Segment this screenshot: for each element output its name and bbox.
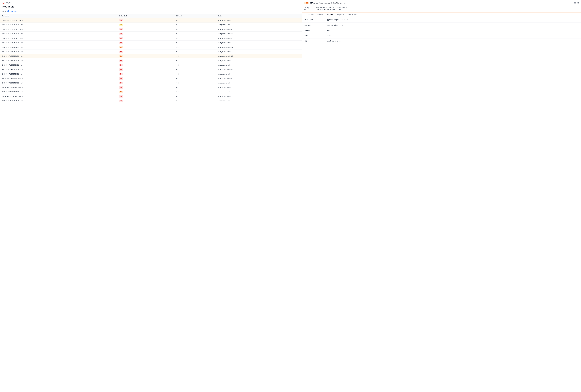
cell-method: GET: [174, 54, 216, 58]
cell-method: GET: [174, 36, 216, 40]
cell-method: GET: [174, 27, 216, 31]
latency-value: Response: 12ms Kong: 0ms Upstream: 12ms: [316, 7, 579, 8]
status-badge: 429: [119, 91, 123, 93]
cell-timestamp: 2023-05-04T13:59:59.002:-04:00: [0, 85, 117, 90]
status-badge: 500: [119, 86, 123, 88]
cell-path: /kong.admin.service: [216, 85, 302, 90]
detail-title-row: 429 GET/account/kong.admin.servicekjagfa…: [304, 1, 579, 4]
detail-row-size: Size 219B: [302, 33, 581, 38]
cell-status: 500: [117, 18, 174, 23]
table-row[interactable]: 2023-05-04T13:59:59.002:-04:00 429 GET /…: [0, 54, 302, 58]
status-badge: 500: [119, 33, 123, 35]
close-button[interactable]: ✕: [577, 1, 579, 4]
cell-timestamp: 2023-05-04T13:59:59.002:-04:00: [0, 72, 117, 76]
sort-icon: ▾: [10, 15, 11, 17]
breadcrumb-separator: /: [12, 2, 12, 4]
cell-status: 429: [117, 90, 174, 94]
column-timestamp[interactable]: Timestamp ▾: [0, 14, 117, 18]
table-row[interactable]: 2023-05-04T13:59:59.002:-04:00 500 GET /…: [0, 94, 302, 99]
table-row[interactable]: 2023-05-04T13:59:59.002:-04:00 500 GET /…: [0, 58, 302, 63]
cell-path: /kong.admin.service: [216, 90, 302, 94]
table-row[interactable]: 2023-05-04T13:59:59.002:-04:00 500 GET /…: [0, 72, 302, 76]
detail-row-uri: URI /get-me-a-kong: [302, 38, 581, 44]
time-code: 2023-05-04T13:59:59.002:-04:00: [316, 9, 341, 11]
tab-service[interactable]: Service: [316, 12, 324, 17]
plus-icon: +: [8, 10, 9, 12]
cell-method: GET: [174, 45, 216, 49]
add-filter-button[interactable]: + Add Filter: [8, 10, 17, 12]
table-row[interactable]: 2023-05-04T13:59:59.002:-04:00 500 GET /…: [0, 36, 302, 40]
detail-row-size_host: sizeHost dev-runtime3-proxy: [302, 22, 581, 28]
cell-path: /kong.admin.service17: [216, 31, 302, 36]
cell-status: 429: [117, 54, 174, 58]
detail-content: User Agent python-requests/2.27.1 sizeHo…: [302, 17, 581, 392]
cell-timestamp: 2023-05-04T13:59:59.002:-04:00: [0, 49, 117, 54]
breadcrumb-analytics[interactable]: Analytics: [5, 2, 11, 4]
detail-key-method: Method: [304, 29, 326, 31]
cell-method: GET: [174, 23, 216, 27]
cell-timestamp: 2023-05-04T13:59:59.002:-04:00: [0, 18, 117, 23]
table-row[interactable]: 2023-05-04T13:59:59.002:-04:00 429 GET /…: [0, 45, 302, 49]
table-row[interactable]: 2023-05-04T13:59:59.002:-04:00 500 GET /…: [0, 67, 302, 72]
status-badge: 300: [119, 24, 123, 26]
cell-timestamp: 2023-05-04T13:59:59.002:-04:00: [0, 27, 117, 31]
detail-key-size: Size: [304, 35, 326, 37]
status-badge: 500: [119, 73, 123, 75]
cell-method: GET: [174, 90, 216, 94]
cell-timestamp: 2023-05-04T13:59:59.002:-04:00: [0, 23, 117, 27]
analytics-icon: 📊: [2, 2, 4, 4]
copy-button[interactable]: [574, 1, 576, 4]
status-badge: 500: [119, 82, 123, 84]
time-value: 2023-05-04T13:59:59.002:-04:00: [316, 9, 579, 11]
requests-table: Timestamp ▾ Status Code Method Path 2023…: [0, 14, 302, 103]
tab-llm_insights[interactable]: LLM Insights: [346, 12, 358, 17]
cell-path: /kong.admin.service17: [216, 45, 302, 49]
detail-key-uri: URI: [304, 40, 326, 42]
table-row[interactable]: 2023-05-04T13:59:59.002:-04:00 300 GET /…: [0, 23, 302, 27]
table-row[interactable]: 2023-05-04T13:59:59.002:-04:00 500 GET /…: [0, 85, 302, 90]
tab-request[interactable]: Request: [325, 12, 335, 17]
table-row[interactable]: 2023-05-04T13:59:59.002:-04:00 429 GET /…: [0, 90, 302, 94]
filter-bar: Filter + Add Filter: [0, 10, 302, 14]
cell-method: GET: [174, 85, 216, 90]
detail-value-uri: /get-me-a-kong: [327, 40, 578, 42]
latency-response: Response: 12ms: [316, 7, 326, 8]
table-row[interactable]: 2023-05-04T13:59:59.002:-04:00 500 GET /…: [0, 18, 302, 23]
table-row[interactable]: 2023-05-04T13:59:59.002:-04:00 500 GET /…: [0, 63, 302, 67]
table-row[interactable]: 2023-05-04T13:59:59.002:-04:00 500 GET /…: [0, 99, 302, 103]
tab-general[interactable]: General: [306, 12, 316, 17]
table-row[interactable]: 2023-05-04T13:59:59.002:-04:00 500 GET /…: [0, 31, 302, 36]
cell-timestamp: 2023-05-04T13:59:59.002:-04:00: [0, 81, 117, 85]
status-badge: 500: [119, 77, 123, 80]
cell-timestamp: 2023-05-04T13:59:59.002:-04:00: [0, 58, 117, 63]
detail-value-size: 219B: [327, 35, 578, 37]
cell-method: GET: [174, 40, 216, 45]
cell-timestamp: 2023-05-04T13:59:59.002:-04:00: [0, 76, 117, 81]
add-filter-label: Add Filter: [10, 10, 17, 12]
cell-status: 500: [117, 99, 174, 103]
cell-method: GET: [174, 81, 216, 85]
cell-timestamp: 2023-05-04T13:59:59.002:-04:00: [0, 31, 117, 36]
status-badge: 500: [119, 100, 123, 102]
status-badge: 500: [119, 64, 123, 66]
status-badge: 500: [119, 42, 123, 44]
status-badge: 500: [119, 37, 123, 39]
requests-table-container: Timestamp ▾ Status Code Method Path 2023…: [0, 14, 302, 392]
cell-path: /kong.admin.service: [216, 58, 302, 63]
cell-status: 500: [117, 58, 174, 63]
detail-row-method: Method GET: [302, 28, 581, 33]
detail-key-user_agent: User Agent: [304, 19, 326, 21]
detail-title-text: GET/account/kong.admin.servicekjagfabxnc…: [310, 2, 573, 4]
table-row[interactable]: 2023-05-04T13:59:59.002:-04:00 500 GET /…: [0, 27, 302, 31]
table-row[interactable]: 2023-05-04T13:59:59.002:-04:00 500 GET /…: [0, 49, 302, 54]
cell-path: /kong.admin.service: [216, 99, 302, 103]
cell-method: GET: [174, 76, 216, 81]
table-row[interactable]: 2023-05-04T13:59:59.002:-04:00 500 GET /…: [0, 81, 302, 85]
tab-response[interactable]: Response: [335, 12, 346, 17]
cell-status: 500: [117, 67, 174, 72]
cell-path: /kong.admin.service: [216, 63, 302, 67]
table-row[interactable]: 2023-05-04T13:59:59.002:-04:00 500 GET /…: [0, 76, 302, 81]
status-badge: 500: [119, 95, 123, 97]
cell-status: 429: [117, 45, 174, 49]
table-row[interactable]: 2023-05-04T13:59:59.002:-04:00 500 GET /…: [0, 40, 302, 45]
